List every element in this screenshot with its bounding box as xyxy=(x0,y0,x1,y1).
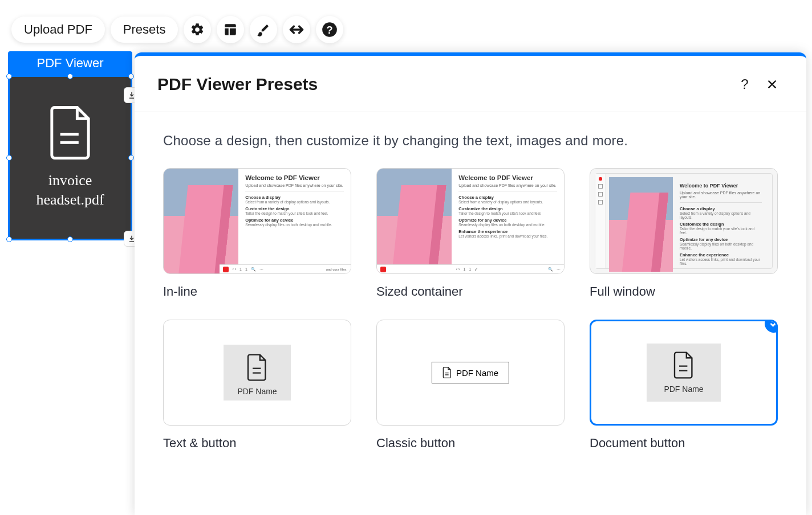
presets-button[interactable]: Presets xyxy=(111,17,178,43)
question-icon: ? xyxy=(741,76,748,92)
selected-check-icon xyxy=(765,320,778,333)
layout-button[interactable] xyxy=(217,16,244,43)
panel-body: Choose a design, then customize it by ch… xyxy=(135,112,806,471)
preset-label: Classic button xyxy=(376,436,565,451)
question-circle-icon: ? xyxy=(322,22,338,38)
resize-handle[interactable] xyxy=(128,155,134,161)
pdf-chip-icon xyxy=(599,177,602,181)
presets-grid: Welcome to PDF Viewer Upload and showcas… xyxy=(163,168,778,451)
pdf-chip-icon xyxy=(380,267,386,272)
panel-help-button[interactable]: ? xyxy=(733,73,756,96)
preset-text-and-button[interactable]: PDF Name Text & button xyxy=(163,320,351,451)
close-icon xyxy=(766,78,778,91)
panel-intro: Choose a design, then customize it by ch… xyxy=(163,133,778,149)
document-icon xyxy=(48,106,92,160)
preset-in-line[interactable]: Welcome to PDF Viewer Upload and showcas… xyxy=(163,168,351,299)
resize-handle[interactable] xyxy=(6,73,12,79)
upload-pdf-button[interactable]: Upload PDF xyxy=(11,17,105,43)
widget-body[interactable]: invoiceheadset.pdf xyxy=(8,75,132,240)
brush-icon xyxy=(256,22,271,37)
panel-close-button[interactable] xyxy=(761,73,783,96)
resize-handle[interactable] xyxy=(6,155,12,161)
resize-handle[interactable] xyxy=(6,236,12,242)
widget-filename: invoiceheadset.pdf xyxy=(36,171,104,210)
panel-title: PDF Viewer Presets xyxy=(157,75,729,94)
preset-label: Document button xyxy=(590,436,778,451)
horizontal-arrows-icon xyxy=(289,22,304,38)
layout-icon xyxy=(223,22,238,37)
preset-classic-button[interactable]: PDF Name Classic button xyxy=(376,320,565,451)
preset-label: Sized container xyxy=(376,284,565,299)
widget-label: PDF Viewer xyxy=(8,51,132,75)
help-button[interactable]: ? xyxy=(316,16,343,43)
settings-button[interactable] xyxy=(184,16,211,43)
resize-handle[interactable] xyxy=(128,73,134,79)
document-icon xyxy=(442,367,452,378)
panel-header: PDF Viewer Presets ? xyxy=(135,56,806,112)
document-icon xyxy=(672,351,695,379)
preset-sized-container[interactable]: Welcome to PDF Viewer Upload and showcas… xyxy=(376,168,565,299)
preset-label: In-line xyxy=(163,284,351,299)
resize-handle[interactable] xyxy=(67,236,73,242)
gear-icon xyxy=(190,22,205,37)
pdf-viewer-widget[interactable]: PDF Viewer invoiceheadset.pdf xyxy=(8,51,132,240)
resize-handle[interactable] xyxy=(67,73,73,79)
preset-full-window[interactable]: Welcome to PDF Viewer Upload and showcas… xyxy=(590,168,778,299)
presets-panel: PDF Viewer Presets ? Choose a design, th… xyxy=(135,52,806,515)
preset-document-button[interactable]: PDF Name Document button xyxy=(590,320,778,451)
preset-label: Text & button xyxy=(163,436,351,451)
svg-text:?: ? xyxy=(327,24,333,36)
preset-label: Full window xyxy=(590,284,778,299)
pdf-chip-icon xyxy=(223,267,229,272)
document-icon xyxy=(246,354,269,381)
stretch-button[interactable] xyxy=(283,16,310,43)
toolbar: Upload PDF Presets ? xyxy=(11,16,343,43)
design-button[interactable] xyxy=(250,16,277,43)
